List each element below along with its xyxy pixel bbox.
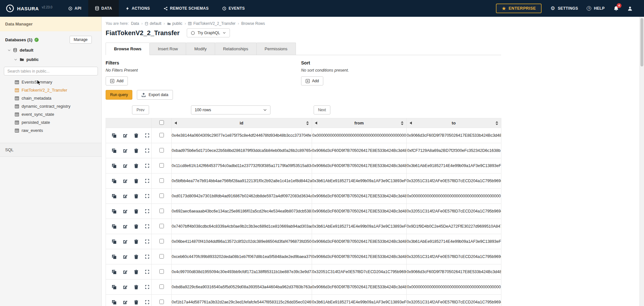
column-header-from[interactable]: from (312, 118, 407, 128)
tree-item-schema-public[interactable]: public (0, 55, 101, 64)
clone-row-button[interactable] (110, 238, 118, 246)
row-checkbox[interactable] (159, 300, 164, 304)
nav-item-api[interactable]: API (62, 0, 88, 17)
delete-row-button[interactable] (132, 192, 140, 200)
clone-row-button[interactable] (110, 132, 118, 140)
expand-row-button[interactable] (143, 298, 151, 306)
sidebar-table-item[interactable]: FiatTokenV2_2_Transfer (0, 86, 101, 94)
nav-item-data[interactable]: DATA (88, 0, 119, 17)
expand-row-button[interactable] (143, 253, 151, 261)
expand-row-button[interactable] (143, 147, 151, 155)
nav-item-remote-schemas[interactable]: REMOTE SCHEMAS (157, 0, 215, 17)
tab-insert-row[interactable]: Insert Row (150, 43, 186, 55)
clone-row-button[interactable] (110, 253, 118, 261)
edit-row-button[interactable] (121, 222, 129, 231)
breadcrumb-item-public[interactable]: public (167, 21, 182, 26)
edit-row-button[interactable] (121, 268, 129, 276)
expand-row-button[interactable] (143, 268, 151, 276)
delete-row-button[interactable] (132, 253, 140, 261)
delete-row-button[interactable] (132, 177, 140, 185)
collapse-column-icon[interactable] (315, 122, 317, 124)
sidebar-table-item[interactable]: EventsSummary (0, 78, 101, 86)
row-checkbox[interactable] (159, 163, 164, 168)
sidebar-table-item[interactable]: persisted_state (0, 118, 101, 126)
delete-row-button[interactable] (132, 268, 140, 276)
expand-row-button[interactable] (143, 162, 151, 170)
vertical-scrollbar[interactable] (639, 17, 644, 306)
enterprise-button[interactable]: ★ ENTERPRISE (496, 4, 542, 13)
delete-row-button[interactable] (132, 222, 140, 231)
row-checkbox[interactable] (159, 254, 164, 259)
tab-modify[interactable]: Modify (186, 43, 215, 55)
row-checkbox[interactable] (159, 193, 164, 198)
add-sort-button[interactable]: Add (301, 76, 323, 85)
edit-row-button[interactable] (121, 283, 129, 291)
user-menu-button[interactable] (628, 6, 632, 11)
nav-item-events[interactable]: EVENTS (215, 0, 251, 17)
clone-row-button[interactable] (110, 207, 118, 215)
try-graphql-button[interactable]: Try GraphQL (187, 28, 230, 37)
delete-row-button[interactable] (132, 298, 140, 306)
sidebar-table-item[interactable]: dynamic_contract_registry (0, 102, 101, 110)
collapse-column-icon[interactable] (410, 122, 412, 124)
breadcrumb-item-table[interactable]: FiatTokenV2_2_Transfer (188, 21, 235, 26)
add-filter-button[interactable]: Add (106, 76, 128, 85)
clone-row-button[interactable] (110, 283, 118, 291)
breadcrumb-item-data[interactable]: Data (131, 21, 139, 26)
column-header-id[interactable]: id (172, 118, 312, 128)
manage-button[interactable]: Manage (70, 36, 92, 44)
scrollbar-thumb[interactable] (640, 18, 643, 66)
row-checkbox[interactable] (159, 284, 164, 289)
prev-page-button[interactable]: Prev (132, 105, 149, 114)
expand-row-button[interactable] (143, 132, 151, 140)
next-page-button[interactable]: Next (314, 105, 331, 114)
edit-row-button[interactable] (121, 207, 129, 215)
sidebar-table-item[interactable]: event_sync_state (0, 110, 101, 118)
expand-row-button[interactable] (143, 177, 151, 185)
sidebar-table-item[interactable]: chain_metadata (0, 94, 101, 102)
delete-row-button[interactable] (132, 207, 140, 215)
expand-row-button[interactable] (143, 222, 151, 231)
clone-row-button[interactable] (110, 177, 118, 185)
clone-row-button[interactable] (110, 222, 118, 231)
sort-icon[interactable] (496, 121, 498, 125)
clone-row-button[interactable] (110, 298, 118, 306)
expand-row-button[interactable] (143, 207, 151, 215)
expand-row-button[interactable] (143, 283, 151, 291)
help-button[interactable]: ? HELP (587, 6, 605, 11)
edit-row-button[interactable] (121, 192, 129, 200)
row-checkbox[interactable] (159, 224, 164, 228)
collapse-column-icon[interactable] (175, 122, 177, 124)
row-checkbox[interactable] (159, 209, 164, 213)
chevron-down-icon[interactable] (14, 59, 17, 61)
edit-row-button[interactable] (121, 147, 129, 155)
brand[interactable]: HASURA v2.23.0 (6, 0, 52, 17)
delete-row-button[interactable] (132, 147, 140, 155)
notifications-button[interactable]: 4 (613, 6, 619, 11)
column-header-to[interactable]: to (407, 118, 501, 128)
clone-row-button[interactable] (110, 268, 118, 276)
clone-row-button[interactable] (110, 192, 118, 200)
chevron-down-icon[interactable] (8, 49, 11, 51)
tab-relationships[interactable]: Relationships (215, 43, 257, 55)
tree-item-database-default[interactable]: default (0, 45, 101, 55)
row-checkbox[interactable] (159, 269, 164, 274)
expand-row-button[interactable] (143, 192, 151, 200)
sidebar-item-sql[interactable]: SQL (0, 143, 101, 157)
edit-row-button[interactable] (121, 132, 129, 140)
sidebar-table-item[interactable]: raw_events (0, 126, 101, 134)
select-all-checkbox[interactable] (159, 120, 164, 125)
sort-icon[interactable] (306, 121, 309, 125)
row-checkbox[interactable] (159, 178, 164, 183)
delete-row-button[interactable] (132, 283, 140, 291)
sort-icon[interactable] (401, 121, 403, 125)
run-query-button[interactable]: Run query (106, 90, 132, 100)
export-data-button[interactable]: Export data (137, 90, 173, 100)
settings-button[interactable]: ⚙ SETTINGS (550, 6, 578, 11)
edit-row-button[interactable] (121, 298, 129, 306)
tab-permissions[interactable]: Permissions (257, 43, 296, 55)
clone-row-button[interactable] (110, 162, 118, 170)
table-search-input[interactable] (4, 67, 98, 75)
edit-row-button[interactable] (121, 253, 129, 261)
row-checkbox[interactable] (159, 148, 164, 153)
